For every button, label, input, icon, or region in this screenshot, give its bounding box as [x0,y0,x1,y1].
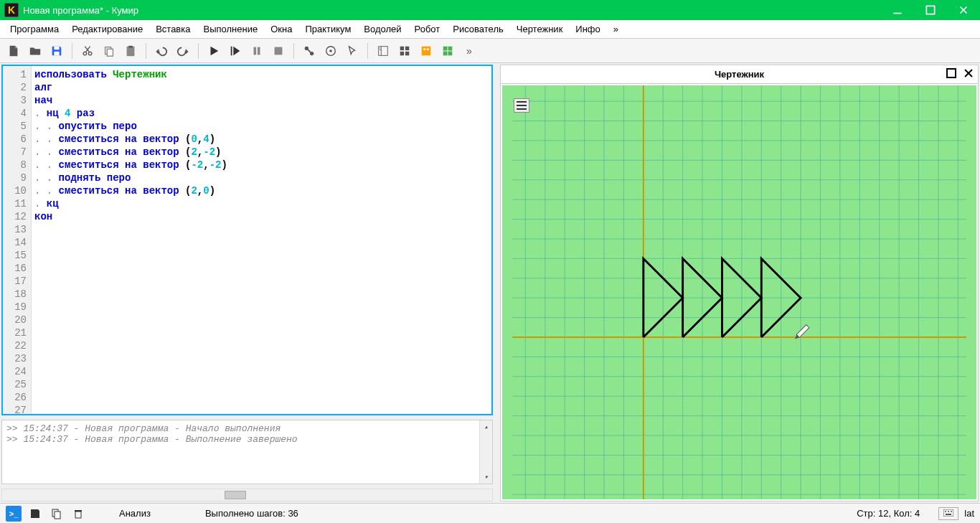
new-file-button[interactable] [4,42,23,60]
tool-breakpoint-button[interactable] [300,42,319,60]
status-console-icon[interactable]: >_ [6,506,22,522]
code-area[interactable]: использовать Чертежникалгнач. нц 4 раз. … [32,66,491,414]
status-copy-icon[interactable] [49,506,65,522]
svg-point-92 [948,511,949,512]
svg-rect-16 [258,47,260,55]
menu-рисователь[interactable]: Рисователь [447,22,509,37]
layout-grid2-button[interactable] [438,42,457,60]
tool-cursor-button[interactable] [343,42,362,60]
svg-rect-87 [55,512,60,519]
undo-button[interactable] [152,42,171,60]
menu-робот[interactable]: Робот [409,22,446,37]
svg-rect-26 [400,46,404,50]
svg-rect-32 [427,48,429,50]
close-button[interactable] [947,0,980,20]
main-area: 1234567891011121314151617181920212223242… [0,63,980,503]
tool-trace-button[interactable] [321,42,340,60]
layout-numbers-button[interactable]: 1 [374,42,392,60]
svg-rect-31 [423,48,425,50]
status-bar: >_ Анализ Выполнено шагов: 36 Стр: 12, К… [0,503,980,523]
scroll-down-icon[interactable]: ▾ [480,471,492,484]
title-bar: K Новая программа* - Кумир [0,0,980,20]
svg-rect-1 [926,6,934,14]
panel-title-bar: Чертежник [501,65,978,84]
code-editor[interactable]: 1234567891011121314151617181920212223242… [1,65,493,415]
layout-robot-button[interactable] [417,42,435,60]
svg-rect-12 [127,46,135,56]
status-keyboard-icon[interactable] [938,507,958,520]
svg-rect-90 [943,509,953,517]
svg-rect-94 [946,514,951,515]
menu-вставка[interactable]: Вставка [150,22,196,37]
svg-point-93 [951,511,952,512]
layout-grid1-button[interactable] [395,42,414,60]
svg-rect-11 [107,49,113,56]
menu-чертежник[interactable]: Чертежник [511,22,569,37]
svg-rect-36 [947,69,956,77]
open-file-button[interactable] [26,42,44,60]
menu-»[interactable]: » [608,22,624,37]
svg-point-91 [945,511,946,512]
status-lang[interactable]: lat [964,508,974,519]
window-title: Новая программа* - Кумир [23,5,881,16]
canvas-menu-icon[interactable] [514,98,529,113]
status-cursor: Стр: 12, Кол: 4 [857,508,920,519]
output-console[interactable]: >> 15:24:37 - Новая программа - Начало в… [1,420,493,484]
status-delete-icon[interactable] [70,506,86,522]
copy-button[interactable] [100,42,118,60]
menu-программа[interactable]: Программа [4,22,65,37]
drawing-layer [502,85,976,499]
svg-rect-13 [128,45,132,47]
svg-rect-30 [422,46,431,55]
svg-line-20 [308,50,311,52]
svg-rect-85 [796,325,809,338]
svg-rect-5 [54,51,59,55]
drawing-panel: Чертежник [500,65,979,501]
panel-title: Чертежник [715,69,764,80]
svg-point-22 [329,50,332,52]
svg-rect-88 [75,512,81,518]
svg-rect-17 [275,47,283,55]
toolbar-overflow-button[interactable]: » [460,42,479,60]
minimize-button[interactable] [881,0,914,20]
status-steps: Выполнено шагов: 36 [205,508,298,519]
panel-close-icon[interactable] [963,68,974,80]
scroll-up-icon[interactable]: ▴ [480,420,492,433]
run-button[interactable] [204,42,223,60]
svg-rect-29 [405,51,409,55]
menu-редактирование[interactable]: Редактирование [66,22,149,37]
svg-rect-15 [254,47,257,55]
menu-выполнение[interactable]: Выполнение [197,22,263,37]
left-column: 1234567891011121314151617181920212223242… [1,65,493,501]
maximize-button[interactable] [914,0,947,20]
svg-rect-14 [231,46,232,55]
panel-maximize-icon[interactable] [946,68,956,80]
app-icon: K [4,3,19,17]
save-file-button[interactable] [47,42,66,60]
paste-button[interactable] [121,42,140,60]
redo-button[interactable] [174,42,192,60]
menu-bar: ПрограммаРедактированиеВставкаВыполнение… [0,20,980,39]
menu-практикум[interactable]: Практикум [299,22,357,37]
line-gutter: 1234567891011121314151617181920212223242… [3,66,32,414]
svg-line-8 [85,46,90,52]
console-scrollbar[interactable]: ▴ ▾ [479,420,492,484]
toolbar: 1 » [0,39,980,63]
stop-button[interactable] [269,42,288,60]
status-analysis[interactable]: Анализ [119,508,151,519]
cut-button[interactable] [78,42,97,60]
pause-button[interactable] [248,42,266,60]
step-button[interactable] [226,42,245,60]
svg-line-9 [85,46,89,52]
menu-окна[interactable]: Окна [265,22,298,37]
status-save-icon[interactable] [27,506,43,522]
menu-инфо[interactable]: Инфо [570,22,606,37]
svg-rect-27 [405,46,409,50]
horizontal-scrollbar[interactable] [1,489,493,501]
svg-rect-4 [54,46,59,50]
menu-водолей[interactable]: Водолей [358,22,407,37]
drawing-canvas[interactable] [502,85,976,499]
svg-rect-28 [400,51,404,55]
